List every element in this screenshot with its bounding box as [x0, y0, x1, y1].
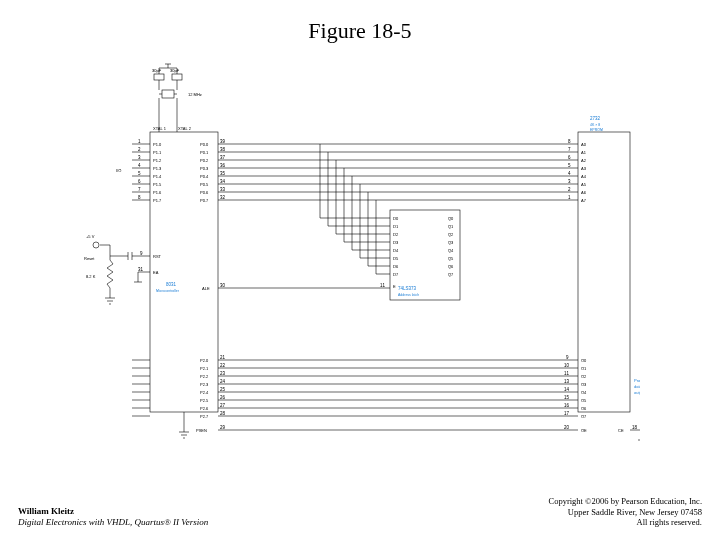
svg-text:5: 5 — [568, 163, 571, 168]
svg-text:16: 16 — [564, 403, 570, 408]
svg-text:4: 4 — [138, 163, 141, 168]
svg-text:32: 32 — [220, 195, 226, 200]
reset-label: Reset — [84, 256, 95, 261]
rst-label: RST — [153, 254, 162, 259]
svg-text:P1.7: P1.7 — [153, 198, 162, 203]
svg-text:A2: A2 — [581, 158, 587, 163]
psen-label: PSEN — [196, 428, 207, 433]
svg-text:17: 17 — [564, 411, 570, 416]
svg-text:7: 7 — [138, 187, 141, 192]
svg-text:Q3: Q3 — [448, 240, 454, 245]
eprom-type: EPROM — [590, 128, 603, 132]
svg-text:13: 13 — [564, 379, 570, 384]
svg-text:O7: O7 — [581, 414, 587, 419]
mcu-p2-pins: P2.0 P2.1 P2.2 P2.3 P2.4 P2.5 P2.6 P2.7 … — [200, 355, 226, 419]
svg-text:O4: O4 — [581, 390, 587, 395]
svg-text:D2: D2 — [393, 232, 399, 237]
latch-name: 74LS373 — [398, 286, 417, 291]
prog-l2: data — [634, 384, 640, 389]
svg-text:11: 11 — [564, 371, 570, 376]
eprom-name: 2732 — [590, 116, 601, 121]
svg-text:P2.3: P2.3 — [200, 382, 209, 387]
svg-text:P1.6: P1.6 — [153, 190, 162, 195]
eprom-oe: OE — [581, 428, 587, 433]
svg-text:D6: D6 — [393, 264, 399, 269]
xtal2-label: XTAL 2 — [178, 126, 192, 131]
svg-text:A3: A3 — [581, 166, 587, 171]
svg-text:P0.2: P0.2 — [200, 158, 209, 163]
latch-d-pins: D0 D1 D2 D3 D4 D5 D6 D7 — [393, 216, 399, 277]
svg-text:34: 34 — [220, 179, 226, 184]
schematic-diagram: 30pF 30pF 12 MHz XTAL 1 XTAL 2 I/O +5 V … — [80, 60, 640, 480]
xtal1-label: XTAL 1 — [153, 126, 167, 131]
svg-text:P1.2: P1.2 — [153, 158, 162, 163]
eprom-oe-pin: 20 — [564, 425, 570, 430]
svg-text:3: 3 — [568, 179, 571, 184]
svg-text:A7: A7 — [581, 198, 587, 203]
svg-text:26: 26 — [220, 395, 226, 400]
svg-text:1: 1 — [568, 195, 571, 200]
svg-text:Q6: Q6 — [448, 264, 454, 269]
io-label: I/O — [116, 168, 121, 173]
copyright-line-3: All rights reserved. — [548, 517, 702, 528]
svg-text:9: 9 — [566, 355, 569, 360]
author-name: William Kleitz — [18, 506, 208, 517]
svg-text:P1.0: P1.0 — [153, 142, 162, 147]
svg-text:A1: A1 — [581, 150, 587, 155]
latch-e-pin: 11 — [380, 283, 386, 288]
svg-text:14: 14 — [564, 387, 570, 392]
vcc-label: +5 V — [86, 234, 95, 239]
svg-text:2: 2 — [568, 187, 571, 192]
svg-text:2: 2 — [138, 147, 141, 152]
svg-text:P0.4: P0.4 — [200, 174, 209, 179]
copyright-line-1: Copyright ©2006 by Pearson Education, In… — [548, 496, 702, 507]
svg-text:P1.1: P1.1 — [153, 150, 162, 155]
svg-text:P2.4: P2.4 — [200, 390, 209, 395]
mcu-name: 8031 — [166, 282, 177, 287]
prog-l3: output — [634, 390, 640, 395]
freq-label: 12 MHz — [188, 92, 202, 97]
svg-text:38: 38 — [220, 147, 226, 152]
svg-text:10: 10 — [564, 363, 570, 368]
footer-right: Copyright ©2006 by Pearson Education, In… — [548, 496, 702, 528]
eprom-ce: CE — [618, 428, 624, 433]
svg-text:P1.4: P1.4 — [153, 174, 162, 179]
svg-text:P2.0: P2.0 — [200, 358, 209, 363]
page-title: Figure 18-5 — [0, 18, 720, 44]
svg-text:Q4: Q4 — [448, 248, 454, 253]
svg-text:Q7: Q7 — [448, 272, 454, 277]
svg-text:A4: A4 — [581, 174, 587, 179]
svg-text:6: 6 — [568, 155, 571, 160]
svg-text:8: 8 — [568, 139, 571, 144]
svg-text:21: 21 — [220, 355, 226, 360]
psen-pin: 29 — [220, 425, 226, 430]
svg-text:P2.6: P2.6 — [200, 406, 209, 411]
svg-text:O3: O3 — [581, 382, 587, 387]
svg-text:P2.1: P2.1 — [200, 366, 209, 371]
latch-sub: Address latch — [398, 293, 419, 297]
rst-pin: 9 — [140, 251, 143, 256]
svg-text:25: 25 — [220, 387, 226, 392]
svg-text:O6: O6 — [581, 406, 587, 411]
ea-pin: 31 — [138, 267, 144, 272]
svg-text:A5: A5 — [581, 182, 587, 187]
eprom-o-pins: O0 O1 O2 O3 O4 O5 O6 O7 9 10 11 13 14 15… — [564, 355, 587, 419]
svg-text:36: 36 — [220, 163, 226, 168]
svg-text:5: 5 — [138, 171, 141, 176]
svg-text:O5: O5 — [581, 398, 587, 403]
svg-text:O2: O2 — [581, 374, 587, 379]
eprom-size: 4K × 8 — [590, 123, 600, 127]
svg-text:6: 6 — [138, 179, 141, 184]
latch-e: E — [393, 284, 396, 289]
svg-text:P1.5: P1.5 — [153, 182, 162, 187]
svg-text:28: 28 — [220, 411, 226, 416]
svg-text:D7: D7 — [393, 272, 399, 277]
svg-text:15: 15 — [564, 395, 570, 400]
svg-text:22: 22 — [220, 363, 226, 368]
svg-text:39: 39 — [220, 139, 226, 144]
cap1-label: 30pF — [152, 68, 162, 73]
svg-text:D1: D1 — [393, 224, 399, 229]
rval-label: 8.2 K — [86, 274, 96, 279]
footer-left: William Kleitz Digital Electronics with … — [18, 506, 208, 529]
svg-text:1: 1 — [138, 139, 141, 144]
